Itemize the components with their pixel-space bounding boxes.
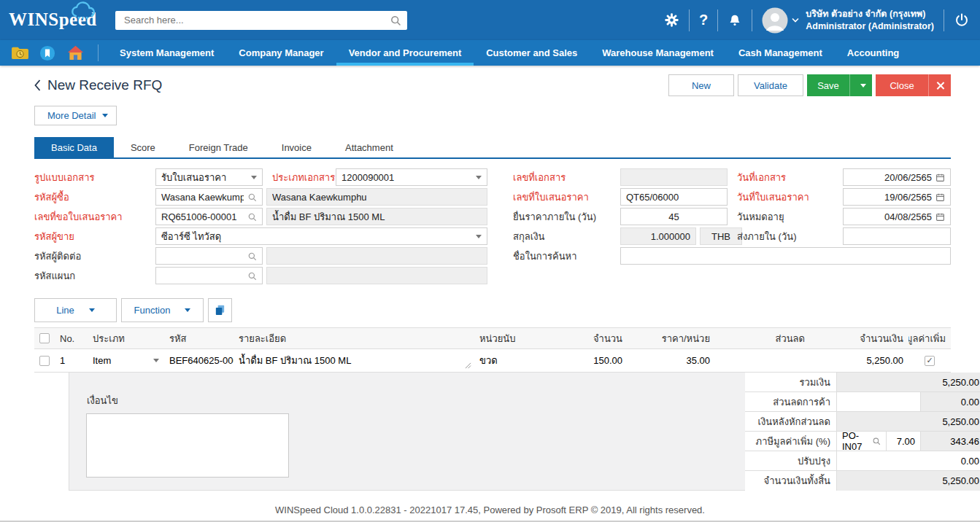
chevron-left-icon (34, 79, 41, 91)
save-options-button[interactable] (850, 74, 872, 96)
contact-code-input[interactable] (155, 247, 263, 265)
more-detail-button[interactable]: More Detail (34, 106, 117, 125)
nav-item-customer-and-sales[interactable]: Customer and Sales (474, 40, 590, 66)
line-menu-button[interactable]: Line (34, 298, 117, 322)
search-icon[interactable] (247, 271, 257, 281)
vendor-code-select[interactable]: ซีอาร์ซี ไทวัสดุ (155, 227, 487, 245)
doc-format-select[interactable]: รับใบเสนอราคา (155, 168, 263, 186)
vendor-code-label: รหัสผู้ขาย (34, 227, 153, 245)
nav-item-warehouse-management[interactable]: Warehouse Management (590, 40, 726, 66)
quote-no-label: เลขที่ใบเสนอราคา (513, 188, 617, 206)
row-discount-input[interactable] (715, 349, 810, 372)
table-row: 1 Item BEF640625-00003 น้ำดื่ม BF ปริมาณ… (34, 349, 951, 373)
doc-date-input[interactable]: 20/06/2565 (843, 168, 951, 186)
search-icon[interactable] (390, 15, 401, 26)
quote-date-label: วันที่ใบเสนอราคา (737, 188, 841, 206)
copy-lines-button[interactable] (208, 298, 232, 322)
row-qty-input[interactable]: 150.00 (547, 349, 628, 372)
quote-date-input[interactable]: 19/06/2565 (843, 188, 951, 206)
winspeed-logo[interactable]: WINSpeed (7, 0, 115, 40)
calendar-icon[interactable] (935, 192, 945, 202)
summary-row-adjust: ปรับปรุง 0.00 (745, 451, 980, 471)
expire-date-input[interactable]: 04/08/2565 (843, 208, 951, 225)
row-type-select[interactable]: Item (88, 349, 164, 372)
row-vat-checkbox[interactable] (925, 356, 935, 366)
back-button[interactable] (34, 79, 41, 91)
calendar-icon[interactable] (935, 173, 945, 182)
nav-item-accounting[interactable]: Accounting (835, 40, 912, 66)
help-button[interactable]: ? (699, 12, 708, 28)
resize-grippie-icon[interactable] (465, 362, 471, 369)
tab-basic-data[interactable]: Basic Data (34, 137, 114, 157)
vat-rate-input[interactable]: 7.00 (886, 432, 920, 451)
page-title-row: New Receive RFQ New Validate Save Close (34, 74, 951, 96)
dept-code-input[interactable] (155, 267, 263, 284)
row-checkbox[interactable] (39, 356, 50, 366)
save-button[interactable]: Save (807, 74, 849, 96)
row-unit-price-input[interactable]: 35.00 (628, 349, 715, 372)
nav-item-cash-management[interactable]: Cash Management (726, 40, 835, 66)
validate-button[interactable]: Validate (738, 74, 803, 96)
select-all-checkbox[interactable] (39, 333, 50, 343)
adjust-input[interactable]: 0.00 (836, 451, 980, 470)
power-icon (954, 12, 970, 28)
tab-attachment[interactable]: Attachment (328, 137, 410, 157)
search-name-input[interactable] (620, 247, 951, 265)
close-button[interactable]: Close (876, 74, 928, 96)
main-nav-bar: System Management Company Manager Vendor… (0, 40, 980, 66)
new-button[interactable]: New (668, 74, 734, 96)
conditions-textarea[interactable] (86, 413, 289, 478)
tab-foreign-trade[interactable]: Foreign Trade (172, 137, 265, 157)
doc-no-field (620, 168, 728, 186)
vat-code-input[interactable]: PO-IN07 (836, 432, 886, 451)
notifications-button[interactable] (728, 13, 742, 28)
topbar-divider (717, 9, 718, 31)
nav-item-system-management[interactable]: System Management (107, 40, 226, 66)
trade-discount-input[interactable] (836, 392, 920, 411)
caret-down-icon (102, 114, 108, 117)
quote-no-input[interactable]: QT65/06000 (620, 188, 728, 206)
buyer-code-input[interactable]: Wasana Kaewkump (155, 188, 263, 206)
nav-item-company-manager[interactable]: Company Manager (226, 40, 336, 66)
home-button[interactable] (64, 40, 86, 66)
recent-documents-button[interactable] (9, 40, 31, 66)
caret-down-icon (476, 235, 482, 238)
settings-button[interactable] (664, 12, 679, 28)
col-unit: หน่วยนับ (474, 328, 547, 348)
nav-item-vendor-and-procurement[interactable]: Vendor and Procurement (336, 40, 474, 66)
col-qty: จำนวน (547, 328, 628, 348)
doc-type-select[interactable]: 1200090001 (336, 168, 487, 186)
bookmarks-button[interactable] (36, 40, 58, 66)
app-footer: WINSpeed Cloud 1.0.0.22831 - 20221017 17… (0, 505, 980, 515)
function-menu-button[interactable]: Function (121, 298, 204, 322)
search-input[interactable] (123, 14, 390, 26)
deliver-days-input[interactable] (843, 227, 951, 245)
bell-icon (728, 13, 742, 28)
contact-name-field (266, 247, 487, 265)
valid-days-input[interactable]: 45 (620, 208, 728, 225)
summary-row-grand-total: จำนวนเงินทั้งสิ้น 5,250.00 (745, 471, 980, 491)
avatar (762, 7, 788, 34)
search-icon[interactable] (247, 192, 257, 202)
more-detail-label: More Detail (47, 110, 96, 121)
rfq-request-no-input[interactable]: RQ651006-00001 (155, 208, 263, 225)
close-x-button[interactable] (929, 74, 951, 96)
dept-code-label: รหัสแผนก (34, 267, 153, 284)
row-description-input[interactable]: น้ำดื่ม BF ปริมาณ 1500 ML (234, 349, 474, 372)
title-actions: New Validate Save Close (668, 74, 951, 96)
tab-invoice[interactable]: Invoice (265, 137, 328, 157)
save-button-group: Save (807, 74, 872, 96)
search-icon[interactable] (872, 437, 881, 445)
logout-button[interactable] (954, 12, 970, 28)
grand-total-value: 5,250.00 (836, 471, 980, 491)
top-header-bar: WINSpeed ? (0, 0, 980, 40)
search-icon[interactable] (247, 252, 257, 261)
search-icon[interactable] (247, 212, 257, 222)
currency-code-field: THB (700, 227, 742, 245)
caret-down-icon (153, 359, 159, 362)
user-menu[interactable]: บริษัท ตัวอย่าง จำกัด (กรุงเทพ) Administ… (762, 7, 934, 34)
row-code-input[interactable]: BEF640625-00003 (164, 349, 234, 372)
calendar-icon[interactable] (935, 212, 945, 222)
tab-score[interactable]: Score (114, 137, 172, 157)
buyer-name-field: Wasana Kaewkumphu (266, 188, 487, 206)
